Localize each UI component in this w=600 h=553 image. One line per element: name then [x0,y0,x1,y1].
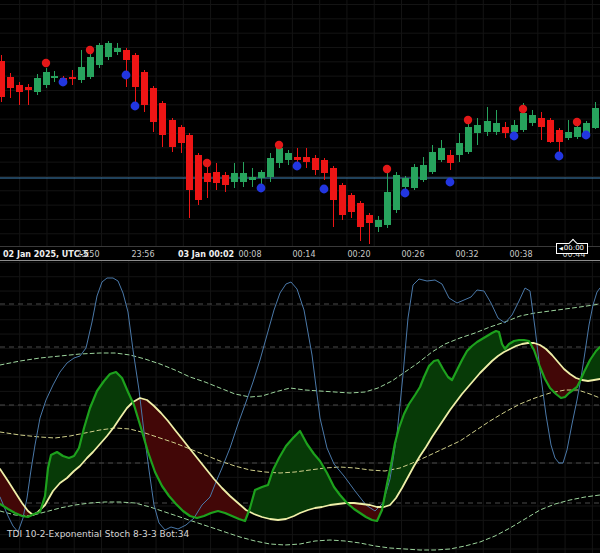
candle [484,107,491,136]
sell-signal-dot [573,118,581,126]
candle [529,110,536,126]
tdi-fill-layer [0,331,600,521]
time-axis-label: 00:26 [401,249,424,260]
time-axis[interactable]: 02 Jan 2025, UTC-523:5023:5603 Jan 00:02… [0,246,600,261]
timer-arrow-icon: ◀ [559,244,563,253]
price-grid-layer [0,0,600,246]
candle [592,102,599,129]
candle [78,50,85,83]
candle [114,43,121,55]
candle [339,183,346,220]
candle [195,153,202,205]
time-axis-label: 23:50 [76,249,99,260]
buy-signal-dot [582,131,591,140]
candle [249,168,256,187]
candles-layer [0,41,599,244]
sell-signal-dot [203,159,211,167]
tdi-bull-fill [581,347,600,381]
candle [43,68,50,88]
buy-signal-dot [320,185,329,194]
candle [105,41,112,60]
candle [0,55,5,102]
sell-signal-dot [86,46,94,54]
time-axis-label: 00:08 [238,249,261,260]
buy-signal-dot [401,189,410,198]
sell-signal-dot [464,116,472,124]
candle [330,166,337,227]
candle [366,213,373,244]
candle [141,70,148,112]
candle [393,172,400,213]
candle [312,155,319,175]
trading-chart-window: 02 Jan 2025, UTC-523:5023:5603 Jan 00:02… [0,0,600,553]
candle [502,122,509,138]
candle [222,172,229,192]
candle [447,150,454,170]
timer-countdown-text: 00:00 [564,244,584,253]
candle [285,150,292,165]
time-axis-label: 00:38 [509,249,532,260]
signals-layer [42,46,591,198]
candle [178,125,185,153]
candle [169,118,176,152]
buy-signal-dot [510,132,519,141]
candle [429,145,436,174]
sell-signal-dot [42,59,50,67]
time-axis-label: 00:14 [292,249,315,260]
candle-countdown-timer: ◀ 00:00 [556,243,588,254]
candle [438,140,445,162]
candle [456,133,463,162]
candle [357,201,364,241]
price-chart-panel[interactable] [0,0,600,246]
time-axis-label: 00:20 [347,249,370,260]
candle [420,157,427,182]
candle [465,124,472,154]
buy-signal-dot [446,178,455,187]
candle [96,43,103,68]
tdi-bull-fill [249,432,347,520]
candle [51,71,58,82]
candle [159,101,166,147]
candle [7,73,14,98]
candle [411,164,418,190]
time-axis-label: 00:32 [455,249,478,260]
candle [69,70,76,85]
buy-signal-dot [257,184,266,193]
candle [25,84,32,105]
candle [240,162,247,187]
sell-signal-dot [383,165,391,173]
buy-signal-dot [122,71,131,80]
sell-signal-dot [519,105,527,113]
candle [565,120,572,140]
candle [132,53,139,108]
sell-signal-dot [275,141,283,149]
candle [538,112,545,140]
candle [87,52,94,79]
candle [303,148,310,168]
candle [384,173,391,228]
candle [16,82,23,105]
candle [493,110,500,135]
candle [375,216,382,232]
indicator-label: TDI 10-2-Exponential Stoch 8-3-3 Bot:34 [7,529,189,539]
buy-signal-dot [293,162,302,171]
tdi-indicator-panel[interactable] [0,261,600,553]
candle [474,118,481,145]
candle [258,170,265,184]
buy-signal-dot [59,78,68,87]
candle [348,193,355,218]
candle [276,146,283,168]
buy-signal-dot [131,102,140,111]
time-axis-label: 23:56 [131,249,154,260]
buy-signal-dot [555,152,564,161]
time-axis-label: 03 Jan 00:02 [178,249,234,260]
candle [213,163,220,190]
candle [231,163,238,188]
candle [547,118,554,143]
candle [34,74,41,95]
